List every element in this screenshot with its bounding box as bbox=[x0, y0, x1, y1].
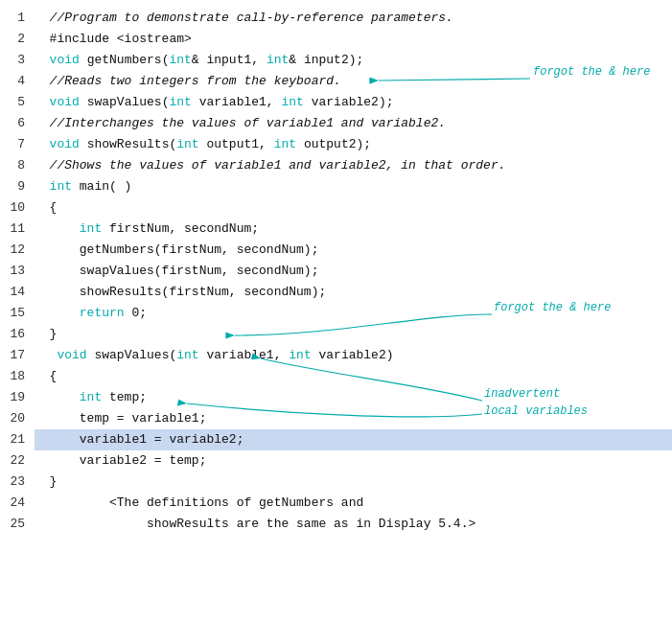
line-content: { bbox=[35, 366, 672, 387]
code-line: 7 void showResults(int output1, int outp… bbox=[0, 134, 672, 155]
line-number: 1 bbox=[0, 8, 35, 29]
line-number: 20 bbox=[0, 408, 35, 429]
line-number: 16 bbox=[0, 324, 35, 345]
code-line: 18 { bbox=[0, 366, 672, 387]
line-content: void swapValues(int variable1, int varia… bbox=[35, 92, 672, 113]
code-line: 23 } bbox=[0, 472, 672, 493]
line-content: int firstNum, secondNum; bbox=[35, 219, 672, 240]
line-content: variable1 = variable2; bbox=[35, 429, 672, 450]
code-line: 1 //Program to demonstrate call-by-refer… bbox=[0, 8, 672, 29]
line-number: 3 bbox=[0, 50, 35, 71]
line-content: //Shows the values of variable1 and vari… bbox=[35, 155, 672, 176]
line-number: 9 bbox=[0, 176, 35, 197]
line-content: //Interchanges the values of variable1 a… bbox=[35, 113, 672, 134]
code-line-highlighted: 21 variable1 = variable2; bbox=[0, 429, 672, 450]
code-line: 6 //Interchanges the values of variable1… bbox=[0, 113, 672, 134]
line-content: { bbox=[35, 197, 672, 219]
line-number: 15 bbox=[0, 303, 35, 324]
line-content: <The definitions of getNumbers and bbox=[35, 493, 672, 514]
code-line: 10 { bbox=[0, 197, 672, 219]
line-number: 11 bbox=[0, 219, 35, 240]
line-content: showResults are the same as in Display 5… bbox=[35, 514, 672, 535]
annotation-inadvertent: inadvertentlocal variables bbox=[484, 385, 588, 420]
line-content: void showResults(int output1, int output… bbox=[35, 134, 672, 155]
line-content: swapValues(firstNum, secondNum); bbox=[35, 261, 672, 282]
line-number: 7 bbox=[0, 134, 35, 155]
line-content: //Program to demonstrate call-by-referen… bbox=[35, 8, 672, 29]
line-number: 8 bbox=[0, 155, 35, 176]
line-number: 10 bbox=[0, 197, 35, 219]
annotation-forgot-bottom: forgot the & here bbox=[494, 301, 611, 314]
code-line: 17 void swapValues(int variable1, int va… bbox=[0, 345, 672, 366]
line-number: 18 bbox=[0, 366, 35, 387]
code-line: 8 //Shows the values of variable1 and va… bbox=[0, 155, 672, 176]
code-line: 2 #include <iostream> bbox=[0, 29, 672, 50]
code-line: 22 variable2 = temp; bbox=[0, 450, 672, 472]
line-content: variable2 = temp; bbox=[35, 450, 672, 472]
line-content: showResults(firstNum, secondNum); bbox=[35, 282, 672, 303]
code-container: 1 //Program to demonstrate call-by-refer… bbox=[0, 0, 672, 542]
code-line: 5 void swapValues(int variable1, int var… bbox=[0, 92, 672, 113]
code-line: 12 getNumbers(firstNum, secondNum); bbox=[0, 240, 672, 261]
line-number: 12 bbox=[0, 240, 35, 261]
code-line: 11 int firstNum, secondNum; bbox=[0, 219, 672, 240]
line-number: 25 bbox=[0, 514, 35, 535]
line-number: 17 bbox=[0, 345, 35, 366]
line-content: #include <iostream> bbox=[35, 29, 672, 50]
line-content: void swapValues(int variable1, int varia… bbox=[35, 345, 672, 366]
line-number: 22 bbox=[0, 450, 35, 472]
code-line: 16 } bbox=[0, 324, 672, 345]
line-content: } bbox=[35, 472, 672, 493]
line-number: 4 bbox=[0, 71, 35, 92]
line-number: 24 bbox=[0, 493, 35, 514]
line-content: } bbox=[35, 324, 672, 345]
line-number: 21 bbox=[0, 429, 35, 450]
line-number: 23 bbox=[0, 472, 35, 493]
line-number: 2 bbox=[0, 29, 35, 50]
code-line: 9 int main( ) bbox=[0, 176, 672, 197]
annotation-forgot-top: forgot the & here bbox=[533, 65, 650, 79]
line-number: 6 bbox=[0, 113, 35, 134]
line-number: 19 bbox=[0, 387, 35, 408]
line-content: getNumbers(firstNum, secondNum); bbox=[35, 240, 672, 261]
code-line: 13 swapValues(firstNum, secondNum); bbox=[0, 261, 672, 282]
code-line: 14 showResults(firstNum, secondNum); bbox=[0, 282, 672, 303]
line-number: 13 bbox=[0, 261, 35, 282]
line-number: 5 bbox=[0, 92, 35, 113]
line-number: 14 bbox=[0, 282, 35, 303]
code-line: 24 <The definitions of getNumbers and bbox=[0, 493, 672, 514]
line-content: int main( ) bbox=[35, 176, 672, 197]
code-line: 25 showResults are the same as in Displa… bbox=[0, 514, 672, 535]
